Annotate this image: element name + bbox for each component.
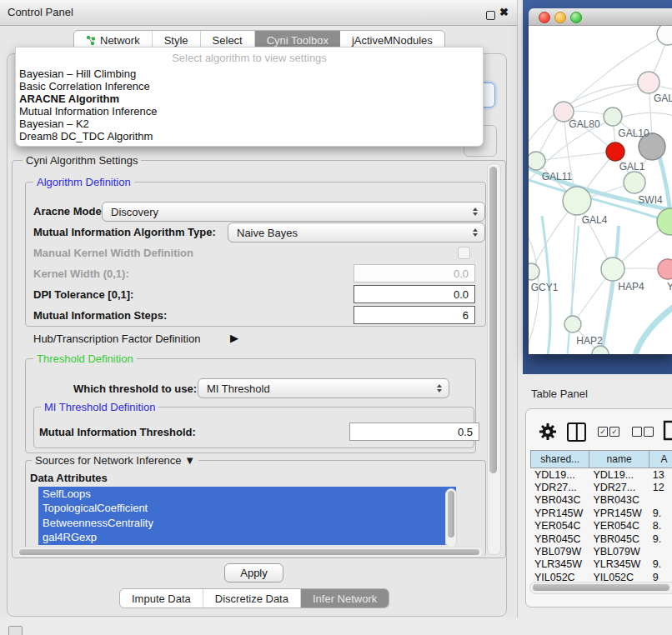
table-cell: YPR145W [589, 508, 648, 519]
network-node-green-right[interactable] [657, 208, 672, 235]
apply-button[interactable]: Apply [224, 563, 283, 582]
kernel-width-field[interactable]: 0.0 [354, 264, 475, 282]
settings-horizontal-scrollbar[interactable] [17, 547, 484, 558]
algorithm-option[interactable]: Bayesian – K2 [19, 118, 89, 130]
sources-title-text: Sources for Network Inference [35, 454, 182, 467]
manual-kernel-checkbox[interactable] [458, 247, 470, 259]
table-row[interactable]: YBL079WYBL079W [530, 545, 672, 558]
tab-impute-data[interactable]: Impute Data [120, 589, 203, 608]
which-threshold-select[interactable]: MI Threshold [198, 378, 449, 398]
expand-right-icon[interactable]: ▶ [230, 332, 238, 344]
node-label-GAL10: GAL10 [618, 128, 649, 139]
table-row[interactable]: YBR043CYBR043C [530, 494, 672, 507]
attribute-item[interactable]: BetweennessCentrality [38, 516, 456, 530]
table-cell: 9. [649, 558, 672, 570]
threshold-definition-title: Threshold Definition [33, 352, 137, 365]
table-cell: 9. [649, 508, 672, 519]
network-node-top-node[interactable] [657, 26, 672, 45]
node-label-GAL11: GAL11 [542, 171, 573, 182]
table-row[interactable]: YER054CYER054C8. [530, 520, 672, 532]
network-edge[interactable] [536, 152, 615, 161]
zoom-traffic-light-icon[interactable] [570, 12, 582, 23]
network-node-pink-top[interactable] [638, 72, 659, 93]
table-cell: 8. [649, 520, 672, 532]
network-node-GAL1[interactable] [624, 172, 645, 193]
combo-arrows-icon [437, 384, 442, 392]
network-node-GAL11[interactable] [529, 152, 545, 170]
network-view-window: GALGAL80GAL10GAL1GAL11SWI4GAL4GCY1HAP4YH… [529, 8, 672, 354]
node-label-GAL80: GAL80 [569, 118, 600, 130]
dpi-tolerance-field[interactable]: 0.0 [354, 285, 475, 303]
select-all-icon[interactable]: ✓ [598, 427, 608, 437]
network-node-GAL10[interactable] [604, 108, 622, 126]
columns-icon[interactable] [567, 422, 586, 442]
table-row[interactable]: YDL19...YDL19...13 [530, 468, 672, 481]
algorithm-option[interactable]: ARACNE Algorithm [19, 92, 119, 105]
float-window-icon[interactable] [486, 11, 495, 20]
table-cell: YPR145W [530, 508, 589, 519]
table-cell: YDR27... [589, 482, 648, 493]
algorithm-option[interactable]: Mutual Information Inference [19, 105, 157, 118]
dpi-tolerance-label: DPI Tolerance [0,1]: [33, 288, 133, 301]
algorithm-option[interactable]: Dream8 DC_TDC Algorithm [19, 130, 153, 142]
deselect-all-icon-2[interactable] [644, 427, 654, 437]
network-window-titlebar [529, 8, 672, 26]
tab-label: Select [213, 34, 243, 47]
node-label-HAP4: HAP4 [618, 281, 644, 292]
mi-type-select[interactable]: Naive Bayes [228, 222, 485, 242]
aracne-mode-select[interactable]: Discovery [102, 202, 485, 222]
table-row[interactable]: YLR345WYLR345W9. [530, 558, 672, 571]
network-node-pink-right[interactable] [658, 259, 672, 279]
column-header[interactable]: A [649, 450, 672, 468]
table-horizontal-scrollbar[interactable] [529, 582, 672, 594]
close-traffic-light-icon[interactable] [539, 12, 550, 23]
network-node-HAP4[interactable] [601, 258, 624, 281]
network-edge[interactable] [634, 301, 672, 354]
minimize-traffic-light-icon[interactable] [554, 12, 566, 23]
attribute-item[interactable]: SelfLoops [38, 487, 456, 501]
attribute-item[interactable]: TopologicalCoefficient [38, 501, 456, 515]
select-all-icon-2[interactable]: ✓ [609, 427, 619, 437]
network-node-red-node[interactable] [606, 142, 624, 161]
network-edge[interactable] [564, 82, 649, 112]
tab-discretize-data[interactable]: Discretize Data [203, 589, 301, 608]
settings-vertical-scrollbar[interactable] [487, 163, 501, 555]
new-document-icon[interactable] [663, 420, 672, 441]
network-canvas[interactable]: GALGAL80GAL10GAL1GAL11SWI4GAL4GCY1HAP4YH… [529, 26, 672, 354]
algorithm-dropdown-popup: Select algorithm to view settings Bayesi… [15, 47, 484, 147]
network-node-GAL4[interactable] [563, 187, 591, 215]
control-panel-titlebar: Control Panel ✖ [0, 0, 517, 26]
mi-steps-field[interactable]: 6 [354, 306, 475, 324]
table-row[interactable]: YDR27...YDR27...12 [530, 481, 672, 493]
table-cell: 13 [649, 469, 672, 481]
table-cell: YBR043C [589, 494, 648, 506]
node-label-HAP2: HAP2 [576, 335, 603, 347]
attributes-vertical-scrollbar[interactable] [445, 488, 457, 548]
column-header[interactable]: name [589, 450, 648, 468]
minimized-panel-icon[interactable] [8, 626, 23, 635]
hub-section-label[interactable]: Hub/Transcription Factor Definition [33, 332, 200, 345]
table-cell: YBL079W [589, 546, 648, 558]
network-node-HAP2[interactable] [564, 316, 581, 332]
algorithm-option[interactable]: Bayesian – Hill Climbing [19, 68, 136, 80]
deselect-all-icon[interactable] [632, 427, 642, 437]
node-label-GAL4: GAL4 [582, 214, 608, 226]
attribute-item[interactable]: gal4RGexp [38, 530, 456, 544]
table-cell: YBR045C [589, 533, 648, 545]
algorithm-option[interactable]: Basic Correlation Inference [19, 80, 150, 92]
mi-threshold-field[interactable]: 0.5 [349, 422, 479, 441]
data-attributes-label: Data Attributes [30, 472, 108, 484]
table-cell: YDL19... [530, 469, 589, 481]
gear-icon[interactable] [539, 422, 557, 441]
tab-infer-network[interactable]: Infer Network [301, 589, 389, 608]
network-node-GCY1[interactable] [529, 263, 539, 280]
close-icon[interactable]: ✖ [499, 6, 509, 18]
aracne-mode-label: Aracne Mode: [33, 205, 105, 218]
data-attributes-list[interactable]: SelfLoopsTopologicalCoefficientBetweenne… [38, 487, 456, 548]
table-row[interactable]: YBR045CYBR045C9. [530, 532, 672, 545]
column-header[interactable]: shared... [530, 450, 589, 468]
node-table[interactable]: shared...nameAYDL19...YDL19...13YDR27...… [530, 450, 672, 584]
table-row[interactable]: YPR145WYPR145W9. [530, 507, 672, 519]
collapse-down-icon[interactable]: ▼ [184, 454, 195, 467]
network-node-bottom-node[interactable] [592, 346, 609, 354]
